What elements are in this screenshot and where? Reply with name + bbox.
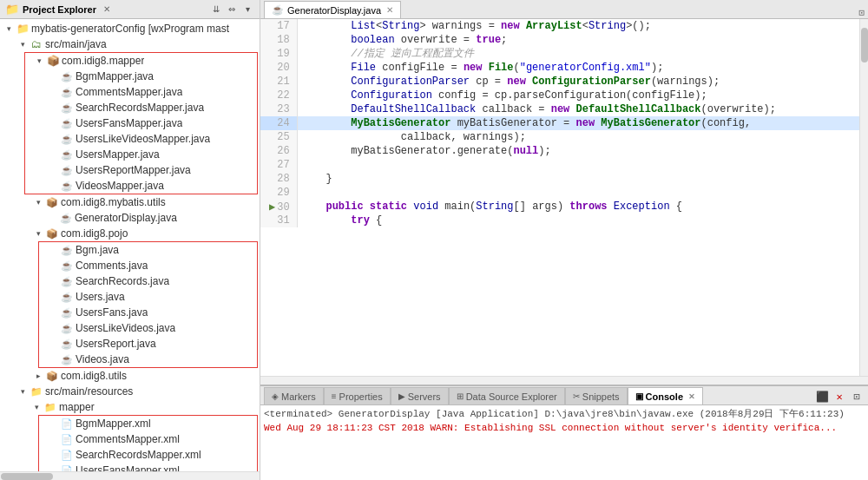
tab-console[interactable]: ▣ Console ✕	[628, 387, 703, 404]
menu-icon[interactable]: ▾	[240, 3, 254, 16]
tab-servers[interactable]: ▶ Servers	[391, 387, 449, 404]
tree-item-commentsxml[interactable]: 📄 CommentsMapper.xml	[39, 431, 257, 447]
panel-title-group: 📁 Project Explorer ✕	[5, 3, 110, 16]
xml-icon-usersfans: 📄	[60, 464, 74, 471]
java-icon-generatordisplay: ☕	[59, 211, 73, 225]
tree-item-searchrecordsxml[interactable]: 📄 SearchRecordsMapper.xml	[39, 447, 257, 463]
terminate-icon[interactable]: ✕	[832, 389, 847, 404]
editor-area[interactable]: 17 List<String> warnings = new ArrayList…	[260, 19, 859, 376]
toggle-idig-utils: ▸	[31, 372, 45, 380]
pojo-group: ☕ Bgm.java ☕ Comments.java ☕ SearchRecor…	[38, 241, 258, 368]
folder-icon-mapper-res: 📁	[43, 400, 57, 414]
label-mapper-res: mapper	[59, 401, 95, 413]
tree-item-mapper-pkg[interactable]: ▾ 📦 com.idig8.mapper	[25, 53, 257, 69]
console-warn-text: Wed Aug 29 18:11:23 CST 2018 WARN: Estab…	[264, 423, 837, 433]
toggle-mapper: ▾	[32, 56, 46, 65]
tab-close-icon[interactable]: ✕	[386, 5, 393, 15]
editor-tab-label: GeneratorDisplay.java	[287, 5, 381, 16]
tree-item-root[interactable]: ▾ 📁 mybatis-generatorConfig [wxProgram m…	[0, 21, 260, 36]
main-layout: 📁 Project Explorer ✕ ⇊ ⇔ ▾ ▾ 📁 mybatis-g…	[0, 0, 868, 480]
java-icon-searchrecords: ☕	[60, 274, 74, 288]
package-icon-utils: 📦	[45, 195, 59, 209]
tree-item-commentsmapper[interactable]: ☕ CommentsMapper.java	[25, 84, 257, 100]
tree-item-bgmmapper[interactable]: ☕ BgmMapper.java	[25, 69, 257, 84]
editor-hscroll[interactable]	[260, 376, 868, 385]
label-commentsmapper: CommentsMapper.java	[76, 86, 182, 98]
label-usersfansmapper: UsersFansMapper.java	[76, 117, 182, 129]
editor-tab-generatordisplay[interactable]: ☕ GeneratorDisplay.java ✕	[264, 1, 401, 18]
label-usersmapper: UsersMapper.java	[76, 148, 160, 161]
tab-properties[interactable]: ≡ Properties	[324, 387, 391, 404]
line-num-23: 23	[260, 102, 297, 116]
label-idig-utils: com.idig8.utils	[61, 370, 127, 382]
xml-icon-comments: 📄	[60, 432, 74, 446]
editor-with-scroll: 17 List<String> warnings = new ArrayList…	[260, 19, 868, 376]
clear-console-icon[interactable]: ⬛	[814, 389, 830, 404]
tree-item-usersreportmapper[interactable]: ☕ UsersReportMapper.java	[25, 162, 257, 178]
tree-item-mapper-res[interactable]: ▾ 📁 mapper	[0, 399, 260, 415]
tree-item-idig-utils[interactable]: ▸ 📦 com.idig8.utils	[0, 368, 260, 384]
java-icon-userslikevideos: ☕	[60, 321, 74, 335]
servers-label: Servers	[408, 391, 441, 402]
tree-item-videos[interactable]: ☕ Videos.java	[39, 352, 257, 367]
folder-icon-resources: 📁	[30, 385, 43, 398]
label-searchrecordsxml: SearchRecordsMapper.xml	[76, 449, 201, 461]
tree-item-usersfansxml[interactable]: 📄 UsersFansMapper.xml	[39, 463, 257, 471]
properties-label: Properties	[339, 391, 383, 402]
java-icon-videos: ☕	[60, 352, 74, 366]
datasource-label: Data Source Explorer	[466, 391, 557, 402]
label-utils-pkg: com.idig8.mybatis.utils	[61, 196, 166, 208]
code-line-29	[297, 186, 859, 200]
code-line-19: //指定 逆向工程配置文件	[297, 47, 859, 61]
collapse-all-icon[interactable]: ⇊	[209, 3, 223, 16]
console-line-2: Wed Aug 29 18:11:23 CST 2018 WARN: Estab…	[264, 421, 865, 435]
tab-snippets[interactable]: ✂ Snippets	[565, 387, 628, 404]
link-editor-icon[interactable]: ⇔	[225, 3, 239, 16]
tree-item-bgmxml[interactable]: 📄 BgmMapper.xml	[39, 416, 257, 431]
tree-item-users[interactable]: ☕ Users.java	[39, 289, 257, 305]
console-tab-close[interactable]: ✕	[688, 392, 695, 401]
console-icon: ▣	[635, 391, 643, 401]
tree-item-searchrecords[interactable]: ☕ SearchRecords.java	[39, 273, 257, 289]
line-num-25: 25	[260, 130, 297, 144]
tree-item-utils-pkg[interactable]: ▾ 📦 com.idig8.mybatis.utils	[0, 194, 260, 210]
tree-item-userslikevideo[interactable]: ☕ UsersLikeVideosMapper.java	[25, 131, 257, 147]
code-line-26: myBatisGenerator.generate(null);	[297, 144, 859, 158]
tree-item-userslikevideos[interactable]: ☕ UsersLikeVideos.java	[39, 320, 257, 336]
markers-icon: ◈	[272, 391, 279, 401]
maximize-icon[interactable]: ⊡	[858, 7, 865, 18]
code-line-23: DefaultShellCallback callback = new Defa…	[297, 102, 859, 116]
tree-item-src[interactable]: ▾ 🗂 src/main/java	[0, 36, 260, 52]
tab-markers[interactable]: ◈ Markers	[264, 387, 324, 404]
java-icon-comments: ☕	[60, 259, 74, 273]
line-num-27: 27	[260, 158, 297, 172]
label-usersfansxml: UsersFansMapper.xml	[76, 464, 180, 471]
java-icon-usersfans: ☕	[60, 306, 74, 319]
toggle-root: ▾	[2, 24, 16, 33]
tree-item-comments[interactable]: ☕ Comments.java	[39, 258, 257, 273]
mapper-group: ▾ 📦 com.idig8.mapper ☕ BgmMapper.java ☕ …	[24, 52, 258, 194]
tree-item-usersfans[interactable]: ☕ UsersFans.java	[39, 305, 257, 320]
code-line-27	[297, 158, 859, 172]
tree-item-bgm[interactable]: ☕ Bgm.java	[39, 242, 257, 258]
tree-item-searchrecordsmapper[interactable]: ☕ SearchRecordsMapper.java	[25, 100, 257, 115]
line-num-17: 17	[260, 19, 297, 33]
tree-item-usersreport[interactable]: ☕ UsersReport.java	[39, 336, 257, 352]
editor-vscroll[interactable]	[859, 19, 868, 376]
line-num-22: 22	[260, 89, 297, 102]
line-num-29: 29	[260, 186, 297, 200]
tree-item-videosmapper[interactable]: ☕ VideosMapper.java	[25, 178, 257, 194]
new-console-icon[interactable]: ⊡	[849, 389, 865, 404]
tree-item-pojo-pkg[interactable]: ▾ 📦 com.idig8.pojo	[0, 226, 260, 241]
tree-item-usersmapper[interactable]: ☕ UsersMapper.java	[25, 147, 257, 162]
package-icon-idig-utils: 📦	[45, 369, 59, 383]
tab-datasource[interactable]: ⊞ Data Source Explorer	[449, 387, 565, 404]
left-hscroll[interactable]	[0, 471, 260, 480]
tree-item-resources[interactable]: ▾ 📁 src/main/resources	[0, 384, 260, 399]
toggle-src: ▾	[16, 40, 30, 49]
folder-icon-src: 🗂	[30, 37, 43, 51]
tree-item-generatordisplay[interactable]: ☕ GeneratorDisplay.java	[0, 210, 260, 226]
java-icon-usersreport: ☕	[60, 337, 74, 351]
label-bgmmapper: BgmMapper.java	[76, 70, 154, 82]
tree-item-usersfansmapper[interactable]: ☕ UsersFansMapper.java	[25, 115, 257, 131]
